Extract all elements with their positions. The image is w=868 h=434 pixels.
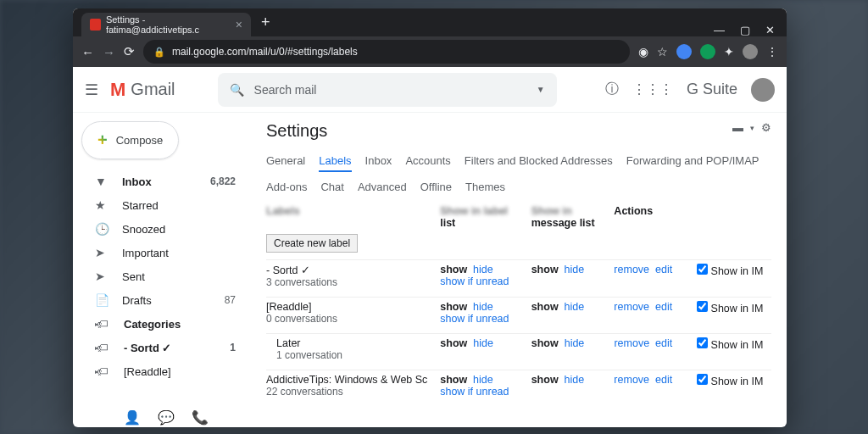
show-link[interactable]: show — [440, 301, 467, 313]
hangouts-icon[interactable]: 💬 — [158, 409, 175, 426]
tag-icon: 🏷 — [97, 317, 114, 331]
tab-filtersandblockedaddresses[interactable]: Filters and Blocked Addresses — [465, 151, 613, 172]
gmail-logo: M — [110, 79, 125, 101]
tab-chat[interactable]: Chat — [320, 177, 343, 197]
star-icon[interactable]: ☆ — [657, 45, 668, 58]
edit-link[interactable]: edit — [655, 264, 672, 275]
hamburger-icon[interactable]: ☰ — [85, 81, 98, 99]
tab-themes[interactable]: Themes — [465, 177, 505, 197]
tab-general[interactable]: General — [266, 151, 305, 172]
settings-main: Settings ▬ ▾ ⚙ GeneralLabelsInboxAccount… — [251, 113, 787, 427]
help-icon[interactable]: ⓘ — [605, 81, 619, 98]
remove-link[interactable]: remove — [614, 337, 649, 349]
tab-forwardingandpopimap[interactable]: Forwarding and POP/IMAP — [626, 151, 760, 172]
sidebar-item-snoozed[interactable]: 🕒Snoozed — [78, 217, 246, 241]
density-icon[interactable]: ▬ — [732, 121, 743, 134]
gmail-label: Gmail — [131, 80, 175, 99]
show-msg-link[interactable]: show — [531, 374, 559, 386]
label-name: AddictiveTips: Windows & Web Sc — [266, 374, 427, 386]
label-row: - Sortd ✓3 conversationsshow hideshow if… — [266, 259, 771, 297]
show-if-unread-link[interactable]: show if unread — [440, 386, 509, 398]
show-in-im-checkbox[interactable] — [697, 301, 708, 312]
minimize-icon[interactable]: — — [714, 24, 725, 36]
sidebar-item-sortd[interactable]: ▸🏷- Sortd ✓1 — [78, 336, 246, 359]
col-label-list: Show in labelShow in label listlist — [440, 205, 531, 229]
menu-icon[interactable]: ⋮ — [766, 45, 778, 58]
maximize-icon[interactable]: ▢ — [740, 24, 750, 36]
show-msg-link[interactable]: show — [531, 337, 559, 349]
edit-link[interactable]: edit — [655, 301, 672, 313]
sidebar-item-starred[interactable]: ★Starred — [78, 193, 246, 217]
tab-labels[interactable]: Labels — [319, 151, 351, 172]
tab-inbox[interactable]: Inbox — [365, 151, 392, 172]
label-conv-count: 1 conversation — [276, 349, 342, 361]
show-in-im-checkbox[interactable] — [697, 264, 708, 275]
page-title: Settings — [266, 121, 771, 141]
remove-link[interactable]: remove — [614, 301, 649, 313]
edit-link[interactable]: edit — [655, 337, 672, 349]
sidebar-item-categories[interactable]: ▸🏷Categories — [78, 312, 246, 336]
hide-link[interactable]: hide — [473, 337, 493, 349]
sidebar-item-label: Inbox — [122, 175, 210, 188]
show-in-im-checkbox[interactable] — [697, 337, 708, 348]
url-field[interactable]: 🔒 mail.google.com/mail/u/0/#settings/lab… — [143, 40, 630, 64]
label-row: AddictiveTips: Windows & Web Sc22 conver… — [266, 370, 771, 406]
avatar[interactable] — [751, 78, 775, 102]
eye-icon[interactable]: ◉ — [638, 45, 648, 58]
contacts-icon[interactable]: 👤 — [124, 409, 141, 426]
edit-link[interactable]: edit — [655, 374, 672, 386]
compose-button[interactable]: + Compose — [81, 121, 179, 159]
show-link[interactable]: show — [440, 337, 467, 349]
create-label-button[interactable]: Create new label — [266, 234, 358, 253]
apps-icon[interactable]: ⋮⋮⋮ — [632, 81, 673, 97]
profile-icon[interactable] — [743, 44, 758, 59]
back-button[interactable]: ← — [81, 45, 94, 59]
tab-accounts[interactable]: Accounts — [405, 151, 450, 172]
sidebar-item-important[interactable]: ➤Important — [78, 241, 246, 264]
extension-1-icon[interactable] — [676, 44, 692, 59]
hide-link[interactable]: hide — [473, 374, 493, 386]
close-window-icon[interactable]: ✕ — [765, 24, 775, 36]
sidebar-item-inbox[interactable]: ▼Inbox6,822 — [78, 170, 246, 193]
forward-button[interactable]: → — [103, 45, 115, 59]
show-link[interactable]: show — [440, 264, 467, 275]
col-labels: Labels — [266, 205, 440, 229]
show-link[interactable]: show — [440, 374, 467, 386]
remove-link[interactable]: remove — [614, 264, 649, 275]
show-msg-link[interactable]: show — [531, 264, 559, 275]
search-dropdown-icon[interactable]: ▼ — [537, 85, 545, 94]
close-tab-icon[interactable]: × — [236, 18, 242, 31]
star-icon: ★ — [95, 198, 112, 212]
label-name: - Sortd ✓ — [266, 264, 310, 276]
tab-offline[interactable]: Offline — [420, 177, 452, 197]
sidebar-item-count: 1 — [230, 342, 236, 353]
tab-addons[interactable]: Add-ons — [266, 177, 307, 197]
show-if-unread-link[interactable]: show if unread — [440, 313, 509, 325]
hide-msg-link[interactable]: hide — [565, 374, 585, 386]
remove-link[interactable]: remove — [614, 374, 649, 386]
browser-tab[interactable]: Settings - fatima@addictivetips.c × — [81, 13, 251, 36]
hide-link[interactable]: hide — [473, 301, 493, 313]
sidebar-item-drafts[interactable]: 📄Drafts87 — [78, 288, 246, 312]
phone-icon[interactable]: 📞 — [192, 409, 209, 426]
inbox-icon: ▼ — [95, 175, 112, 188]
hide-msg-link[interactable]: hide — [565, 337, 585, 349]
show-if-unread-link[interactable]: show if unread — [440, 275, 509, 287]
sidebar-item-label: Drafts — [122, 294, 225, 307]
search-input[interactable]: 🔍 Search mail ▼ — [218, 73, 557, 107]
sidebar-item-sent[interactable]: ➤Sent — [78, 264, 246, 288]
hide-link[interactable]: hide — [473, 264, 493, 275]
show-msg-link[interactable]: show — [531, 301, 559, 313]
tab-advanced[interactable]: Advanced — [358, 177, 407, 197]
new-tab-button[interactable]: + — [251, 14, 281, 31]
lock-icon: 🔒 — [153, 47, 165, 58]
show-in-im-checkbox[interactable] — [697, 374, 708, 385]
hide-msg-link[interactable]: hide — [565, 301, 585, 313]
reload-button[interactable]: ⟳ — [124, 44, 135, 59]
gear-icon[interactable]: ⚙ — [761, 121, 771, 134]
sidebar-item-readdle[interactable]: ▸🏷[Readdle] — [78, 359, 246, 383]
caret-icon[interactable]: ▾ — [750, 124, 754, 132]
extension-2-icon[interactable] — [700, 44, 715, 59]
extensions-icon[interactable]: ✦ — [724, 45, 734, 58]
hide-msg-link[interactable]: hide — [565, 264, 585, 275]
